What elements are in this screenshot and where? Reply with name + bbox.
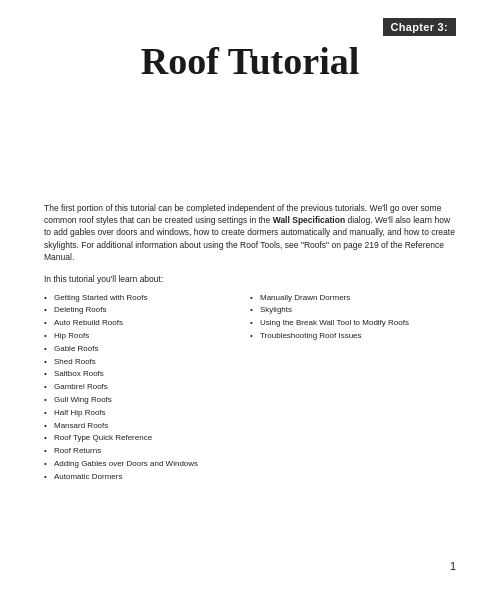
left-list: Getting Started with RoofsDeleting Roofs… — [44, 292, 242, 484]
list-item: Manually Drawn Dormers — [250, 292, 448, 305]
list-item: Automatic Dormers — [44, 471, 242, 484]
chapter-badge-row: Chapter 3: — [44, 0, 456, 36]
page-number: 1 — [450, 560, 456, 572]
page: Chapter 3: Roof Tutorial The first porti… — [0, 0, 500, 590]
right-list: Manually Drawn DormersSkylightsUsing the… — [250, 292, 448, 343]
list-item: Half Hip Roofs — [44, 407, 242, 420]
list-item: Getting Started with Roofs — [44, 292, 242, 305]
list-item: Gambrel Roofs — [44, 381, 242, 394]
two-col-list: Getting Started with RoofsDeleting Roofs… — [44, 292, 456, 484]
list-col-left: Getting Started with RoofsDeleting Roofs… — [44, 292, 250, 484]
learn-heading: In this tutorial you'll learn about: — [44, 273, 456, 285]
list-item: Mansard Roofs — [44, 420, 242, 433]
page-title: Roof Tutorial — [44, 40, 456, 92]
intro-paragraph: The first portion of this tutorial can b… — [44, 202, 456, 264]
list-item: Gull Wing Roofs — [44, 394, 242, 407]
list-item: Deleting Roofs — [44, 304, 242, 317]
list-item: Saltbox Roofs — [44, 368, 242, 381]
chapter-badge: Chapter 3: — [383, 18, 456, 36]
list-item: Troubleshooting Roof Issues — [250, 330, 448, 343]
list-item: Roof Type Quick Reference — [44, 432, 242, 445]
list-item: Using the Break Wall Tool to Modify Roof… — [250, 317, 448, 330]
list-item: Shed Roofs — [44, 356, 242, 369]
list-item: Roof Returns — [44, 445, 242, 458]
spacer — [44, 92, 456, 202]
bold-term: Wall Specification — [273, 215, 345, 225]
list-item: Auto Rebuild Roofs — [44, 317, 242, 330]
list-col-right: Manually Drawn DormersSkylightsUsing the… — [250, 292, 456, 343]
list-item: Skylights — [250, 304, 448, 317]
list-item: Gable Roofs — [44, 343, 242, 356]
list-item: Adding Gables over Doors and Windows — [44, 458, 242, 471]
list-item: Hip Roofs — [44, 330, 242, 343]
